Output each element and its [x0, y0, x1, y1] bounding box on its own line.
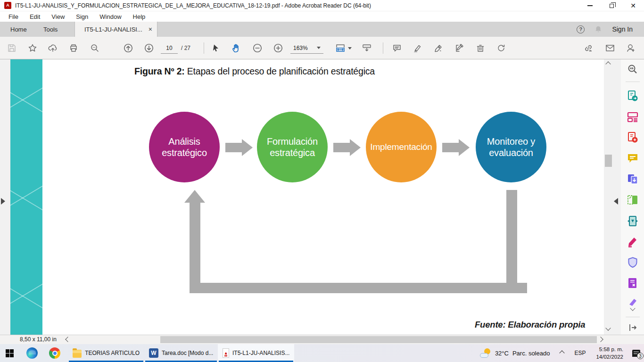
organize-pages-button[interactable] [626, 193, 640, 207]
link-icon [583, 43, 594, 53]
edge-taskbar-button[interactable] [23, 344, 41, 362]
share-people-button[interactable] [623, 41, 638, 56]
hand-tool-button[interactable] [229, 41, 244, 56]
tools-pane-handle[interactable] [614, 195, 620, 207]
arrow-down-circle-icon [144, 43, 154, 53]
fill-sign-button[interactable] [431, 41, 446, 56]
weather-widget[interactable]: 32°C Parc. soleado [474, 348, 556, 358]
weather-description: Parc. soleado [512, 350, 550, 357]
page-edit-icon [454, 43, 464, 53]
start-button[interactable] [0, 344, 19, 362]
redact-button[interactable] [626, 277, 640, 290]
more-tools-button[interactable] [626, 297, 640, 311]
sign-in-button[interactable]: Sign In [612, 25, 633, 33]
loop-arrowhead-icon [184, 190, 205, 203]
edit-pdf-button[interactable] [626, 110, 640, 123]
menu-view[interactable]: View [47, 12, 69, 21]
taskbar-app-folder[interactable]: TEORIAS ARTICULO [68, 344, 144, 362]
compress-pdf-button[interactable] [626, 214, 640, 228]
chrome-icon [49, 347, 60, 359]
favorite-button[interactable] [25, 41, 40, 56]
search-tools-button[interactable] [626, 62, 640, 76]
previous-page-button[interactable] [121, 41, 136, 56]
stage-label: evaluación [489, 147, 533, 158]
restore-icon [610, 4, 614, 8]
page-display-button[interactable] [359, 41, 374, 56]
combine-files-button[interactable] [626, 173, 640, 186]
source-note: Fuente: Elaboración propia [475, 320, 585, 330]
horizontal-scroll-thumb[interactable] [160, 336, 597, 343]
vertical-scroll-thumb[interactable] [605, 155, 612, 167]
export-pdf-button[interactable] [626, 89, 640, 103]
find-button[interactable] [87, 41, 102, 56]
share-link-button[interactable] [581, 41, 596, 56]
help-icon[interactable]: ? [577, 25, 585, 33]
chrome-taskbar-button[interactable] [45, 344, 64, 362]
page-decoration-strip [10, 59, 42, 335]
select-tool-button[interactable] [208, 41, 223, 56]
stage-label: estratégica [270, 147, 315, 158]
bell-icon[interactable] [594, 25, 603, 33]
chevron-down-icon [630, 306, 635, 311]
language-indicator[interactable]: ESP [569, 350, 591, 356]
print-button[interactable] [66, 41, 81, 56]
scroll-up-arrow[interactable] [606, 62, 611, 67]
vertical-scrollbar[interactable] [604, 59, 613, 335]
scroll-left-arrow[interactable] [66, 337, 71, 342]
taskbar-app-word[interactable]: W Tarea.doc [Modo d... [144, 344, 218, 362]
expand-tools-button[interactable] [626, 321, 640, 335]
zoom-out-button[interactable] [250, 41, 265, 56]
flow-arrow-icon [442, 139, 470, 156]
share-cloud-button[interactable] [45, 41, 60, 56]
create-pdf-button[interactable] [626, 131, 640, 144]
refresh-button[interactable] [494, 41, 509, 56]
minimize-button[interactable] [579, 0, 601, 11]
next-page-button[interactable] [141, 41, 157, 56]
highlight-button[interactable] [410, 41, 425, 56]
loop-left-segment [190, 202, 200, 293]
stamp-button[interactable] [452, 41, 467, 56]
search-tools-icon [627, 64, 638, 75]
scroll-down-arrow[interactable] [606, 326, 611, 331]
close-button[interactable]: ✕ [622, 0, 644, 11]
cloud-upload-icon [48, 43, 58, 53]
taskbar-overflow-button[interactable] [555, 351, 569, 355]
menu-file[interactable]: File [4, 12, 23, 21]
time-label: 5:58 p. m. [596, 346, 623, 353]
tab-home[interactable]: Home [3, 22, 34, 37]
menu-help[interactable]: Help [128, 12, 150, 21]
toolbar-divider [383, 42, 383, 54]
action-center-button[interactable]: 3 [628, 344, 644, 362]
taskbar-app-acrobat[interactable]: ▲ IT5-L1-JU-ANALISIS... [218, 344, 294, 362]
tab-document[interactable]: IT5-L1-JU-ANALISI... × [74, 22, 157, 37]
protect-pdf-button[interactable] [626, 255, 640, 269]
menu-edit[interactable]: Edit [25, 12, 45, 21]
menu-sign[interactable]: Sign [71, 12, 93, 21]
nav-pane-handle[interactable] [1, 195, 8, 207]
tab-tools[interactable]: Tools [36, 22, 65, 37]
restore-button[interactable] [601, 0, 622, 11]
zoom-level-select[interactable]: 163% [290, 42, 323, 54]
close-icon: ✕ [630, 2, 636, 9]
fill-sign-tool-button[interactable] [626, 235, 640, 248]
menu-window[interactable]: Window [95, 12, 126, 21]
star-icon [28, 43, 37, 53]
redact-doc-icon [627, 277, 639, 289]
tab-close-icon[interactable]: × [149, 25, 152, 33]
save-button[interactable] [4, 41, 19, 56]
menubar: File Edit View Sign Window Help [0, 11, 644, 22]
comment-tool-button[interactable] [626, 152, 640, 165]
clock-widget[interactable]: 5:58 p. m. 14/02/2022 [591, 346, 628, 361]
page-number-input[interactable]: 10 [161, 42, 178, 54]
toolbar-divider [204, 42, 204, 54]
fit-width-button[interactable] [333, 41, 354, 56]
folder-icon [73, 350, 82, 358]
email-button[interactable] [603, 41, 618, 56]
loop-right-segment [506, 190, 517, 293]
scroll-right-arrow[interactable] [599, 337, 603, 342]
comment-bubble-icon [392, 43, 402, 53]
comment-button[interactable] [389, 41, 405, 56]
minus-circle-icon [252, 43, 263, 53]
zoom-in-button[interactable] [271, 41, 286, 56]
delete-pages-button[interactable] [473, 41, 488, 56]
